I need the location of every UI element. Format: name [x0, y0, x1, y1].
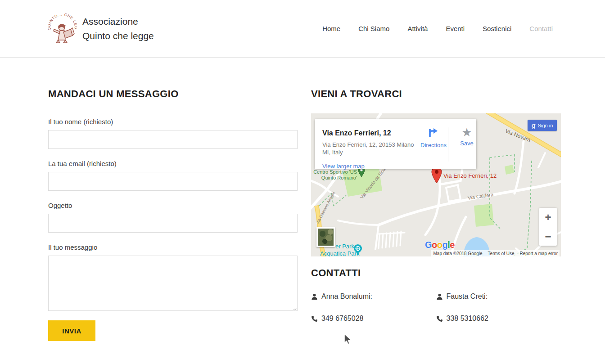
message-form-section: MANDACI UN MESSAGGIO Il tuo nome (richie…: [48, 88, 298, 341]
brand-name: Associazione Quinto che legge: [82, 14, 154, 43]
satellite-view-thumbnail[interactable]: [316, 227, 335, 247]
contacts-list: Anna Bonalumi: 349 6765028 Fausta Creti:: [311, 292, 561, 323]
person-icon: [436, 293, 443, 300]
brand[interactable]: QUINTO... CHE LEGGE Associazione Quinto …: [48, 12, 154, 45]
star-icon: ★: [461, 126, 472, 139]
info-card-address-line1: Via Enzo Ferrieri, 12, 20153 Milano: [322, 141, 414, 148]
site-header: QUINTO... CHE LEGGE Associazione Quinto …: [0, 0, 605, 58]
nav-item-attivita[interactable]: Attività: [407, 25, 428, 32]
contacts-heading: CONTATTI: [311, 267, 561, 279]
phone-icon: [311, 315, 318, 322]
brand-line2: Quinto che legge: [82, 29, 154, 43]
contact-phone-row: 349 6765028: [311, 315, 436, 323]
name-label: Il tuo nome (richiesto): [48, 118, 298, 126]
google-letter: e: [450, 240, 455, 250]
phone-icon: [436, 315, 443, 322]
google-logo[interactable]: Google: [425, 240, 455, 250]
contact-name: Fausta Creti:: [447, 292, 488, 301]
google-letter: g: [442, 240, 448, 250]
zoom-out-button[interactable]: −: [539, 227, 557, 246]
brand-line1: Associazione: [82, 14, 154, 29]
contact-anna: Anna Bonalumi: 349 6765028: [311, 292, 436, 323]
contact-fausta: Fausta Creti: 338 5310662: [436, 292, 561, 323]
teal-poi-pin-icon[interactable]: [353, 244, 362, 256]
directions-fork-icon: [428, 126, 439, 138]
map-heading: VIENI A TROVARCI: [311, 88, 561, 100]
visit-section: VIENI A TROVARCI: [311, 88, 561, 323]
contact-phone[interactable]: 338 5310662: [447, 315, 488, 323]
nav-item-contatti[interactable]: Contatti: [529, 25, 553, 32]
nav-item-home[interactable]: Home: [322, 25, 340, 32]
contact-form: Il tuo nome (richiesto) La tua email (ri…: [48, 118, 298, 341]
google-signin-button[interactable]: g Sign in: [528, 120, 557, 131]
mouse-cursor: [343, 333, 352, 346]
nav-item-eventi[interactable]: Eventi: [446, 25, 465, 32]
info-card-address: Via Enzo Ferrieri, 12, 20153 Milano MI, …: [322, 141, 414, 156]
google-letter: o: [437, 240, 442, 250]
info-card-address-line2: MI, Italy: [322, 148, 414, 156]
save-button[interactable]: ★ Save: [451, 126, 483, 147]
save-label: Save: [451, 140, 483, 147]
contact-name-row: Anna Bonalumi:: [311, 292, 436, 301]
zoom-in-button[interactable]: +: [539, 208, 557, 227]
google-letter: o: [432, 240, 437, 250]
map-zoom-control: + −: [539, 208, 557, 246]
contact-phone[interactable]: 349 6765028: [321, 315, 363, 323]
nav-item-chi-siamo[interactable]: Chi Siamo: [358, 25, 389, 32]
contact-page: QUINTO... CHE LEGGE Associazione Quinto …: [0, 0, 605, 364]
contact-name-row: Fausta Creti:: [436, 292, 561, 301]
google-letter: G: [425, 240, 432, 250]
directions-button[interactable]: Directions: [418, 126, 449, 148]
terms-of-use-link[interactable]: Terms of Use: [488, 251, 515, 256]
nav-item-sostienici[interactable]: Sostienici: [483, 25, 511, 32]
directions-label: Directions: [418, 142, 449, 148]
contact-phone-row: 338 5310662: [436, 315, 561, 323]
contact-name: Anna Bonalumi:: [321, 292, 372, 301]
name-field[interactable]: [48, 130, 298, 149]
email-label: La tua email (richiesto): [48, 160, 298, 167]
send-button[interactable]: INVIA: [48, 320, 95, 341]
map-attribution: Map data ©2018 Google Terms of Use Repor…: [431, 250, 560, 256]
red-map-pin-icon[interactable]: [431, 166, 442, 184]
view-larger-map-link[interactable]: View larger map: [322, 163, 365, 170]
association-logo-icon: QUINTO... CHE LEGGE: [48, 12, 77, 45]
google-g-icon: g: [532, 122, 536, 129]
map-data-credit: Map data ©2018 Google: [433, 251, 482, 256]
info-card-title: Via Enzo Ferrieri, 12: [322, 129, 391, 137]
message-label: Il tuo messaggio: [48, 243, 298, 251]
map-info-card: Via Enzo Ferrieri, 12 Via Enzo Ferrieri,…: [315, 119, 476, 169]
subject-label: Oggetto: [48, 202, 298, 209]
google-map[interactable]: Via Novara Via Vittorio da Sica Via Gaet…: [311, 113, 561, 256]
report-map-error-link[interactable]: Report a map error: [520, 251, 558, 256]
email-field[interactable]: [48, 172, 298, 191]
signin-label: Sign in: [538, 123, 553, 128]
person-icon: [311, 293, 318, 300]
message-field[interactable]: [48, 256, 298, 311]
form-heading: MANDACI UN MESSAGGIO: [48, 88, 298, 100]
subject-field[interactable]: [48, 214, 298, 233]
main-nav: Home Chi Siamo Attività Eventi Sostienic…: [322, 25, 553, 32]
